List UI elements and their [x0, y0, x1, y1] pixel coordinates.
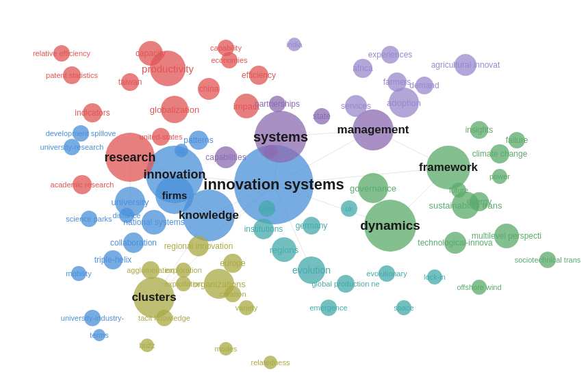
node-climate_change	[490, 144, 509, 163]
node-creation	[225, 286, 241, 302]
node-modes	[219, 342, 233, 356]
node-university_industry	[84, 310, 101, 326]
node-relative_efficiency	[53, 45, 70, 62]
node-triple_helix	[103, 250, 123, 269]
node-cities	[259, 200, 275, 217]
node-china	[198, 78, 220, 100]
node-mobility	[71, 266, 86, 281]
node-multilevel_perspecti	[494, 224, 519, 248]
node-state	[314, 108, 330, 124]
node-development_spillove	[73, 125, 89, 142]
node-power	[492, 169, 507, 184]
node-indicators	[83, 103, 102, 122]
node-impact	[234, 94, 259, 118]
node-collaboration	[123, 233, 144, 253]
node-demand	[416, 77, 433, 94]
node-sociotechnical_trans	[539, 252, 556, 268]
node-economies	[221, 52, 238, 68]
node-lock_in	[427, 269, 442, 284]
node-terms	[93, 329, 105, 341]
node-trust	[264, 145, 277, 159]
node-exploration	[176, 263, 191, 278]
node-technological_innova	[444, 232, 466, 254]
node-research	[105, 133, 155, 182]
node-experiences	[381, 46, 399, 64]
node-capabilities	[215, 146, 237, 168]
node-firms	[155, 176, 194, 214]
node-science_parks	[81, 211, 97, 227]
node-partnerships	[269, 96, 285, 112]
node-taiwan	[121, 73, 139, 91]
node-distance	[119, 208, 134, 223]
node-germany	[303, 217, 320, 235]
node-dynamics	[364, 200, 416, 252]
node-academic_research	[73, 175, 92, 194]
network-visualization: innovation systemsinnovationknowledgesys…	[0, 0, 588, 385]
node-national_systems	[142, 210, 166, 235]
node-insights	[470, 121, 488, 139]
node-systems	[255, 111, 307, 163]
node-uk	[341, 200, 357, 217]
node-buzz	[140, 338, 154, 352]
node-agricultural_innovat	[455, 54, 476, 76]
node-us	[175, 144, 188, 157]
node-offshore_wind	[472, 280, 487, 295]
node-emergence	[320, 300, 337, 316]
node-patent_statistics	[63, 66, 81, 84]
node-globalization	[161, 96, 188, 123]
node-space	[396, 300, 411, 315]
node-university_research	[64, 139, 80, 155]
node-governance	[358, 173, 388, 203]
node-farmers	[387, 72, 407, 92]
node-variety	[239, 300, 254, 315]
node-relatedness	[264, 356, 277, 369]
node-energy	[470, 192, 489, 211]
node-patterns	[189, 131, 208, 150]
node-institutions	[253, 219, 274, 239]
node-future	[451, 183, 466, 198]
node-tacit_knowledge	[156, 310, 172, 326]
node-evolution	[298, 256, 325, 284]
node-adoption	[389, 88, 419, 118]
node-africa	[353, 59, 372, 78]
node-framework	[426, 146, 470, 189]
node-failure	[509, 132, 525, 148]
node-evolutionary	[379, 265, 395, 282]
node-united_states	[152, 128, 170, 146]
node-exploitation	[176, 276, 191, 291]
node-regions	[272, 237, 296, 262]
node-services	[345, 95, 367, 117]
node-capacity	[138, 41, 163, 66]
node-agglomeration	[142, 261, 159, 279]
node-global_production_ne	[337, 275, 355, 293]
node-efficiency	[249, 66, 268, 85]
node-regional_innovation	[188, 236, 209, 256]
node-europe	[223, 254, 242, 273]
node-india	[287, 38, 301, 51]
